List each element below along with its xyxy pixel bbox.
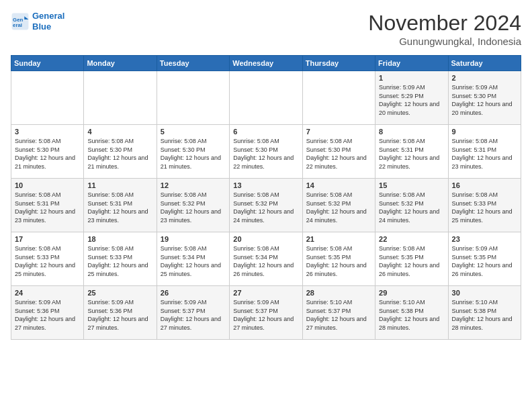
day-info: Sunrise: 5:09 AMSunset: 5:36 PMDaylight:… bbox=[15, 298, 80, 332]
month-title: November 2024 bbox=[368, 11, 521, 36]
calendar-cell: 18Sunrise: 5:08 AMSunset: 5:33 PMDayligh… bbox=[84, 232, 157, 286]
weekday-header-monday: Monday bbox=[84, 56, 157, 71]
calendar-cell: 28Sunrise: 5:10 AMSunset: 5:37 PMDayligh… bbox=[302, 286, 375, 340]
calendar-cell: 12Sunrise: 5:08 AMSunset: 5:32 PMDayligh… bbox=[157, 179, 229, 232]
calendar-cell: 27Sunrise: 5:09 AMSunset: 5:37 PMDayligh… bbox=[230, 286, 302, 340]
day-info: Sunrise: 5:08 AMSunset: 5:31 PMDaylight:… bbox=[379, 137, 444, 171]
location-title: Gunungwungkal, Indonesia bbox=[368, 36, 521, 47]
day-number: 8 bbox=[379, 128, 444, 136]
day-number: 14 bbox=[306, 181, 371, 189]
calendar-cell: 9Sunrise: 5:08 AMSunset: 5:31 PMDaylight… bbox=[448, 125, 521, 179]
calendar-week-1: 1Sunrise: 5:09 AMSunset: 5:29 PMDaylight… bbox=[11, 71, 521, 125]
calendar-cell bbox=[230, 71, 302, 125]
calendar-cell bbox=[84, 71, 157, 125]
day-number: 7 bbox=[306, 128, 371, 136]
calendar-cell: 19Sunrise: 5:08 AMSunset: 5:34 PMDayligh… bbox=[157, 232, 229, 286]
day-number: 21 bbox=[306, 235, 371, 243]
day-number: 9 bbox=[452, 128, 517, 136]
weekday-header-tuesday: Tuesday bbox=[157, 56, 229, 71]
logo: Gen eral General Blue bbox=[11, 11, 64, 32]
day-number: 6 bbox=[233, 128, 298, 136]
calendar-cell: 25Sunrise: 5:09 AMSunset: 5:36 PMDayligh… bbox=[84, 286, 157, 340]
day-info: Sunrise: 5:09 AMSunset: 5:29 PMDaylight:… bbox=[379, 83, 444, 117]
day-info: Sunrise: 5:09 AMSunset: 5:30 PMDaylight:… bbox=[452, 83, 517, 117]
day-info: Sunrise: 5:08 AMSunset: 5:30 PMDaylight:… bbox=[15, 137, 80, 171]
calendar-cell: 5Sunrise: 5:08 AMSunset: 5:30 PMDaylight… bbox=[157, 125, 229, 179]
weekday-header-wednesday: Wednesday bbox=[230, 56, 302, 71]
calendar-cell bbox=[157, 71, 229, 125]
weekday-header-saturday: Saturday bbox=[448, 56, 521, 71]
day-number: 17 bbox=[15, 235, 80, 243]
day-number: 29 bbox=[379, 289, 444, 297]
weekday-header-thursday: Thursday bbox=[302, 56, 375, 71]
weekday-header-friday: Friday bbox=[375, 56, 448, 71]
calendar-cell: 13Sunrise: 5:08 AMSunset: 5:32 PMDayligh… bbox=[230, 179, 302, 232]
day-info: Sunrise: 5:09 AMSunset: 5:36 PMDaylight:… bbox=[87, 298, 152, 332]
day-info: Sunrise: 5:08 AMSunset: 5:33 PMDaylight:… bbox=[452, 191, 517, 224]
day-info: Sunrise: 5:08 AMSunset: 5:32 PMDaylight:… bbox=[233, 191, 298, 224]
calendar-cell: 26Sunrise: 5:09 AMSunset: 5:37 PMDayligh… bbox=[157, 286, 229, 340]
page-header: Gen eral General Blue November 2024 Gunu… bbox=[11, 11, 521, 47]
logo-icon: Gen eral bbox=[11, 12, 30, 31]
day-number: 20 bbox=[233, 235, 298, 243]
day-number: 26 bbox=[161, 289, 226, 297]
day-number: 13 bbox=[233, 181, 298, 189]
day-number: 10 bbox=[15, 181, 80, 189]
day-info: Sunrise: 5:08 AMSunset: 5:34 PMDaylight:… bbox=[233, 244, 298, 278]
calendar-cell: 6Sunrise: 5:08 AMSunset: 5:30 PMDaylight… bbox=[230, 125, 302, 179]
day-info: Sunrise: 5:08 AMSunset: 5:32 PMDaylight:… bbox=[306, 191, 371, 224]
calendar-cell: 24Sunrise: 5:09 AMSunset: 5:36 PMDayligh… bbox=[11, 286, 84, 340]
calendar-cell: 22Sunrise: 5:08 AMSunset: 5:35 PMDayligh… bbox=[375, 232, 448, 286]
day-info: Sunrise: 5:10 AMSunset: 5:38 PMDaylight:… bbox=[452, 298, 517, 332]
calendar-cell: 4Sunrise: 5:08 AMSunset: 5:30 PMDaylight… bbox=[84, 125, 157, 179]
day-number: 3 bbox=[15, 128, 80, 136]
calendar-cell: 8Sunrise: 5:08 AMSunset: 5:31 PMDaylight… bbox=[375, 125, 448, 179]
calendar-table: SundayMondayTuesdayWednesdayThursdayFrid… bbox=[11, 55, 521, 340]
day-number: 25 bbox=[87, 289, 152, 297]
calendar-cell bbox=[11, 71, 84, 125]
calendar-week-4: 17Sunrise: 5:08 AMSunset: 5:33 PMDayligh… bbox=[11, 232, 521, 286]
day-number: 15 bbox=[379, 181, 444, 189]
day-info: Sunrise: 5:10 AMSunset: 5:38 PMDaylight:… bbox=[379, 298, 444, 332]
calendar-cell: 17Sunrise: 5:08 AMSunset: 5:33 PMDayligh… bbox=[11, 232, 84, 286]
calendar-cell: 29Sunrise: 5:10 AMSunset: 5:38 PMDayligh… bbox=[375, 286, 448, 340]
calendar-cell bbox=[302, 71, 375, 125]
day-number: 18 bbox=[87, 235, 152, 243]
calendar-cell: 10Sunrise: 5:08 AMSunset: 5:31 PMDayligh… bbox=[11, 179, 84, 232]
calendar-cell: 20Sunrise: 5:08 AMSunset: 5:34 PMDayligh… bbox=[230, 232, 302, 286]
day-number: 11 bbox=[87, 181, 152, 189]
calendar-cell: 1Sunrise: 5:09 AMSunset: 5:29 PMDaylight… bbox=[375, 71, 448, 125]
day-number: 4 bbox=[87, 128, 152, 136]
day-number: 1 bbox=[379, 74, 444, 82]
weekday-header-sunday: Sunday bbox=[11, 56, 84, 71]
day-info: Sunrise: 5:08 AMSunset: 5:30 PMDaylight:… bbox=[161, 137, 226, 171]
day-number: 28 bbox=[306, 289, 371, 297]
day-number: 24 bbox=[15, 289, 80, 297]
day-info: Sunrise: 5:09 AMSunset: 5:35 PMDaylight:… bbox=[452, 244, 517, 278]
day-info: Sunrise: 5:08 AMSunset: 5:33 PMDaylight:… bbox=[87, 244, 152, 278]
calendar-cell: 16Sunrise: 5:08 AMSunset: 5:33 PMDayligh… bbox=[448, 179, 521, 232]
calendar-cell: 11Sunrise: 5:08 AMSunset: 5:31 PMDayligh… bbox=[84, 179, 157, 232]
day-info: Sunrise: 5:08 AMSunset: 5:32 PMDaylight:… bbox=[379, 191, 444, 224]
day-number: 30 bbox=[452, 289, 517, 297]
day-info: Sunrise: 5:08 AMSunset: 5:31 PMDaylight:… bbox=[87, 191, 152, 224]
calendar-week-3: 10Sunrise: 5:08 AMSunset: 5:31 PMDayligh… bbox=[11, 179, 521, 232]
day-info: Sunrise: 5:08 AMSunset: 5:32 PMDaylight:… bbox=[161, 191, 226, 224]
day-info: Sunrise: 5:08 AMSunset: 5:34 PMDaylight:… bbox=[161, 244, 226, 278]
day-info: Sunrise: 5:08 AMSunset: 5:35 PMDaylight:… bbox=[306, 244, 371, 278]
day-number: 19 bbox=[161, 235, 226, 243]
day-info: Sunrise: 5:10 AMSunset: 5:37 PMDaylight:… bbox=[306, 298, 371, 332]
calendar-cell: 3Sunrise: 5:08 AMSunset: 5:30 PMDaylight… bbox=[11, 125, 84, 179]
day-info: Sunrise: 5:08 AMSunset: 5:33 PMDaylight:… bbox=[15, 244, 80, 278]
calendar-header: SundayMondayTuesdayWednesdayThursdayFrid… bbox=[11, 56, 521, 71]
day-info: Sunrise: 5:09 AMSunset: 5:37 PMDaylight:… bbox=[161, 298, 226, 332]
calendar-week-5: 24Sunrise: 5:09 AMSunset: 5:36 PMDayligh… bbox=[11, 286, 521, 340]
day-info: Sunrise: 5:08 AMSunset: 5:35 PMDaylight:… bbox=[379, 244, 444, 278]
svg-text:eral: eral bbox=[13, 21, 22, 28]
calendar-cell: 7Sunrise: 5:08 AMSunset: 5:30 PMDaylight… bbox=[302, 125, 375, 179]
day-number: 22 bbox=[379, 235, 444, 243]
day-info: Sunrise: 5:08 AMSunset: 5:30 PMDaylight:… bbox=[306, 137, 371, 171]
day-info: Sunrise: 5:08 AMSunset: 5:31 PMDaylight:… bbox=[452, 137, 517, 171]
calendar-cell: 30Sunrise: 5:10 AMSunset: 5:38 PMDayligh… bbox=[448, 286, 521, 340]
day-number: 27 bbox=[233, 289, 298, 297]
